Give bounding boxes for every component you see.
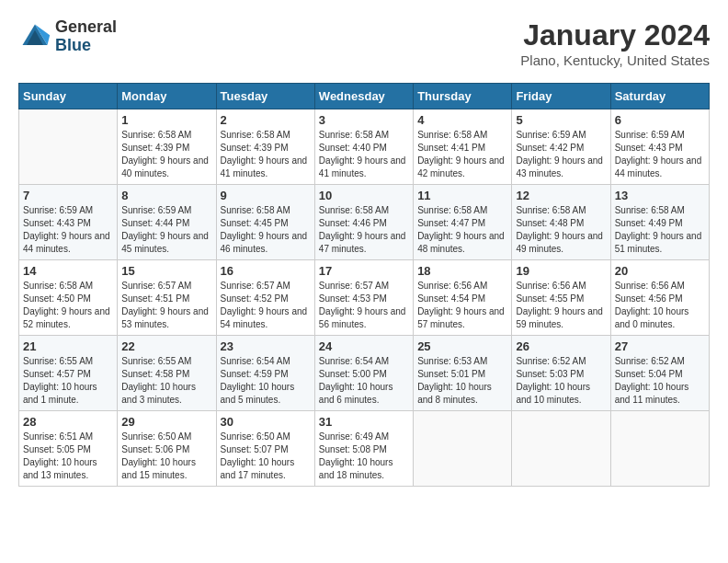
calendar-cell: 25Sunrise: 6:53 AM Sunset: 5:01 PM Dayli… (414, 336, 512, 411)
day-info: Sunrise: 6:52 AM Sunset: 5:03 PM Dayligh… (516, 355, 606, 407)
calendar-cell: 8Sunrise: 6:59 AM Sunset: 4:44 PM Daylig… (118, 185, 216, 260)
calendar-cell: 22Sunrise: 6:55 AM Sunset: 4:58 PM Dayli… (118, 336, 216, 411)
title-block: January 2024 Plano, Kentucky, United Sta… (520, 18, 710, 68)
day-number: 12 (516, 189, 606, 202)
day-info: Sunrise: 6:57 AM Sunset: 4:51 PM Dayligh… (121, 280, 211, 331)
day-info: Sunrise: 6:58 AM Sunset: 4:48 PM Dayligh… (516, 204, 606, 256)
weekday-header-wednesday: Wednesday (314, 84, 413, 109)
calendar-cell: 26Sunrise: 6:52 AM Sunset: 5:03 PM Dayli… (512, 336, 610, 411)
calendar-cell: 30Sunrise: 6:50 AM Sunset: 5:07 PM Dayli… (216, 411, 314, 487)
weekday-header-thursday: Thursday (414, 84, 512, 109)
weekday-header-friday: Friday (512, 84, 610, 109)
day-number: 5 (516, 113, 606, 127)
day-number: 31 (319, 415, 409, 429)
day-number: 20 (615, 264, 705, 278)
day-number: 25 (417, 339, 507, 353)
calendar-cell: 28Sunrise: 6:51 AM Sunset: 5:05 PM Dayli… (19, 411, 118, 487)
calendar-week-row: 1Sunrise: 6:58 AM Sunset: 4:39 PM Daylig… (19, 109, 710, 185)
day-info: Sunrise: 6:58 AM Sunset: 4:46 PM Dayligh… (319, 204, 409, 256)
calendar-cell: 29Sunrise: 6:50 AM Sunset: 5:06 PM Dayli… (118, 411, 216, 487)
day-info: Sunrise: 6:57 AM Sunset: 4:52 PM Dayligh… (221, 280, 311, 331)
day-info: Sunrise: 6:52 AM Sunset: 5:04 PM Dayligh… (615, 355, 705, 407)
day-info: Sunrise: 6:54 AM Sunset: 5:00 PM Dayligh… (319, 355, 409, 407)
day-info: Sunrise: 6:59 AM Sunset: 4:44 PM Dayligh… (121, 204, 211, 256)
calendar-cell: 14Sunrise: 6:58 AM Sunset: 4:50 PM Dayli… (19, 260, 118, 336)
day-info: Sunrise: 6:56 AM Sunset: 4:56 PM Dayligh… (615, 280, 705, 331)
calendar-cell (19, 109, 118, 185)
day-number: 29 (121, 415, 211, 429)
day-number: 16 (221, 264, 311, 278)
page-header: General Blue January 2024 Plano, Kentuck… (18, 18, 710, 68)
day-number: 23 (221, 339, 311, 353)
day-info: Sunrise: 6:55 AM Sunset: 4:58 PM Dayligh… (121, 355, 211, 407)
day-info: Sunrise: 6:58 AM Sunset: 4:40 PM Dayligh… (319, 129, 409, 180)
weekday-header-monday: Monday (118, 84, 216, 109)
calendar-cell (610, 411, 709, 487)
calendar-week-row: 28Sunrise: 6:51 AM Sunset: 5:05 PM Dayli… (19, 411, 710, 487)
calendar-cell: 10Sunrise: 6:58 AM Sunset: 4:46 PM Dayli… (314, 185, 413, 260)
logo-blue-text: Blue (55, 37, 117, 55)
day-number: 2 (221, 113, 311, 127)
calendar-cell: 7Sunrise: 6:59 AM Sunset: 4:43 PM Daylig… (19, 185, 118, 260)
day-info: Sunrise: 6:53 AM Sunset: 5:01 PM Dayligh… (417, 355, 507, 407)
calendar-week-row: 21Sunrise: 6:55 AM Sunset: 4:57 PM Dayli… (19, 336, 710, 411)
calendar-cell: 31Sunrise: 6:49 AM Sunset: 5:08 PM Dayli… (314, 411, 413, 487)
day-number: 26 (516, 339, 606, 353)
day-number: 18 (417, 264, 507, 278)
day-info: Sunrise: 6:58 AM Sunset: 4:41 PM Dayligh… (417, 129, 507, 180)
weekday-header-sunday: Sunday (19, 84, 118, 109)
calendar-header-row: SundayMondayTuesdayWednesdayThursdayFrid… (19, 84, 710, 109)
day-number: 4 (417, 113, 507, 127)
calendar-cell: 1Sunrise: 6:58 AM Sunset: 4:39 PM Daylig… (118, 109, 216, 185)
calendar-cell: 12Sunrise: 6:58 AM Sunset: 4:48 PM Dayli… (512, 185, 610, 260)
day-number: 17 (319, 264, 409, 278)
calendar-cell: 4Sunrise: 6:58 AM Sunset: 4:41 PM Daylig… (414, 109, 512, 185)
day-number: 28 (23, 415, 113, 429)
day-info: Sunrise: 6:58 AM Sunset: 4:39 PM Dayligh… (121, 129, 211, 180)
calendar-cell: 2Sunrise: 6:58 AM Sunset: 4:39 PM Daylig… (216, 109, 314, 185)
logo: General Blue (18, 18, 117, 55)
day-number: 24 (319, 339, 409, 353)
calendar-cell: 5Sunrise: 6:59 AM Sunset: 4:42 PM Daylig… (512, 109, 610, 185)
weekday-header-saturday: Saturday (610, 84, 709, 109)
logo-general-text: General (55, 18, 117, 37)
day-number: 7 (23, 189, 113, 202)
day-number: 1 (121, 113, 211, 127)
day-info: Sunrise: 6:58 AM Sunset: 4:45 PM Dayligh… (221, 204, 311, 256)
calendar-cell: 27Sunrise: 6:52 AM Sunset: 5:04 PM Dayli… (610, 336, 709, 411)
day-number: 14 (23, 264, 113, 278)
day-info: Sunrise: 6:58 AM Sunset: 4:50 PM Dayligh… (23, 280, 113, 331)
calendar-week-row: 14Sunrise: 6:58 AM Sunset: 4:50 PM Dayli… (19, 260, 710, 336)
calendar-cell: 3Sunrise: 6:58 AM Sunset: 4:40 PM Daylig… (314, 109, 413, 185)
calendar-cell: 9Sunrise: 6:58 AM Sunset: 4:45 PM Daylig… (216, 185, 314, 260)
calendar-cell: 24Sunrise: 6:54 AM Sunset: 5:00 PM Dayli… (314, 336, 413, 411)
calendar-cell: 6Sunrise: 6:59 AM Sunset: 4:43 PM Daylig… (610, 109, 709, 185)
day-number: 22 (121, 339, 211, 353)
day-number: 15 (121, 264, 211, 278)
day-info: Sunrise: 6:51 AM Sunset: 5:05 PM Dayligh… (23, 431, 113, 482)
day-number: 8 (121, 189, 211, 202)
day-info: Sunrise: 6:50 AM Sunset: 5:06 PM Dayligh… (121, 431, 211, 482)
calendar-cell: 20Sunrise: 6:56 AM Sunset: 4:56 PM Dayli… (610, 260, 709, 336)
day-number: 10 (319, 189, 409, 202)
day-number: 9 (221, 189, 311, 202)
day-number: 21 (23, 339, 113, 353)
day-info: Sunrise: 6:56 AM Sunset: 4:54 PM Dayligh… (417, 280, 507, 331)
calendar-cell (512, 411, 610, 487)
calendar-cell: 13Sunrise: 6:58 AM Sunset: 4:49 PM Dayli… (610, 185, 709, 260)
day-info: Sunrise: 6:58 AM Sunset: 4:47 PM Dayligh… (417, 204, 507, 256)
day-info: Sunrise: 6:59 AM Sunset: 4:42 PM Dayligh… (516, 129, 606, 180)
calendar-week-row: 7Sunrise: 6:59 AM Sunset: 4:43 PM Daylig… (19, 185, 710, 260)
day-number: 11 (417, 189, 507, 202)
month-title: January 2024 (520, 18, 710, 52)
day-number: 27 (615, 339, 705, 353)
day-number: 6 (615, 113, 705, 127)
calendar-table: SundayMondayTuesdayWednesdayThursdayFrid… (18, 83, 710, 487)
calendar-cell: 11Sunrise: 6:58 AM Sunset: 4:47 PM Dayli… (414, 185, 512, 260)
day-number: 13 (615, 189, 705, 202)
weekday-header-tuesday: Tuesday (216, 84, 314, 109)
calendar-cell: 17Sunrise: 6:57 AM Sunset: 4:53 PM Dayli… (314, 260, 413, 336)
calendar-cell: 19Sunrise: 6:56 AM Sunset: 4:55 PM Dayli… (512, 260, 610, 336)
logo-icon (18, 20, 51, 53)
calendar-cell: 23Sunrise: 6:54 AM Sunset: 4:59 PM Dayli… (216, 336, 314, 411)
